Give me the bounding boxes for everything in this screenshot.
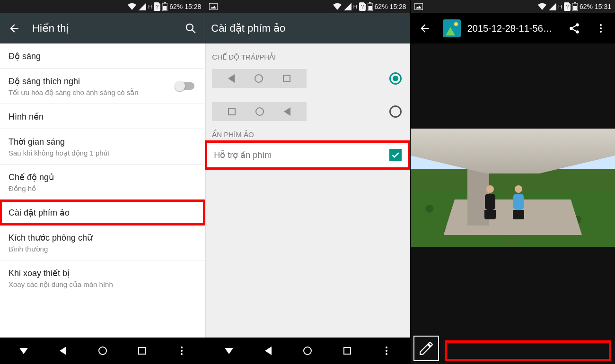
phone-virtual-key-settings: H ? 62% 15:28 Cài đặt phím ảo CHẾ ĐỘ TRÁ… [205,0,410,364]
recents-icon [228,108,236,115]
svg-rect-14 [574,2,576,3]
recents-icon [283,75,290,82]
gallery-app-bar: 2015-12-28-11-56… [411,13,615,43]
nav-overflow[interactable] [377,347,396,355]
back-button[interactable] [6,20,23,37]
svg-rect-11 [414,3,423,10]
clock-text: 15:28 [184,3,201,10]
svg-rect-6 [209,3,218,10]
virtual-key-settings-body: CHẾ ĐỘ TRÁI/PHẢI ẨN PHÍM ẢO Hỗ trợ ẩn ph… [205,43,410,338]
edit-button[interactable] [413,336,439,361]
clock-text: 15:31 [595,3,611,10]
setting-sublabel: Tối ưu hóa độ sáng cho ánh sáng có sẵn [9,88,196,97]
cell-signal-icon [549,3,556,10]
hidden-navbar-highlight [445,340,611,361]
svg-text:?: ? [156,4,158,9]
nav-menu-chevron[interactable] [14,348,33,354]
section-left-right: CHẾ ĐỘ TRÁI/PHẢI [205,43,410,66]
setting-label: Hình nền [9,112,196,122]
adaptive-brightness-switch[interactable] [176,82,194,90]
overflow-button[interactable] [592,20,609,37]
wifi-icon [537,3,547,10]
screenshot-notif-icon [209,3,218,10]
wifi-icon [127,3,137,10]
nav-recents[interactable] [132,347,151,355]
svg-point-17 [570,27,573,30]
status-bar: H ? 62% 15:28 [205,0,410,13]
home-icon [255,74,263,83]
setting-adaptive-brightness[interactable]: Độ sáng thích nghi Tối ưu hóa độ sáng ch… [0,69,205,104]
setting-sublabel: Đồng hồ [9,184,196,193]
navigation-bar [205,338,410,364]
photo-content [411,129,615,247]
screen-title: Hiển thị [32,22,69,35]
radio-left[interactable] [389,72,402,85]
setting-hide-keys-support[interactable]: Hỗ trợ ẩn phím [205,141,410,169]
sim-card-icon: ? [564,2,571,11]
image-filename: 2015-12-28-11-56… [467,23,553,34]
setting-font-size[interactable]: Kích thước phông chữ Bình thường [0,225,205,260]
setting-sublabel: Xoay các nội dung của màn hình [9,280,196,289]
nav-home[interactable] [93,347,112,355]
radio-right[interactable] [389,105,402,118]
svg-rect-2 [164,2,166,3]
setting-brightness[interactable]: Độ sáng [0,43,205,69]
phone-display-settings: H ? 62% 15:28 Hiển thị Độ sáng Độ sáng t… [0,0,205,364]
back-icon [284,107,290,116]
nav-back[interactable] [53,347,72,355]
nav-order-choice-left[interactable] [205,66,410,91]
photo-scene [411,129,615,247]
setting-virtual-keys[interactable]: Cài đặt phím ảo [0,200,205,225]
svg-text:?: ? [566,4,569,9]
battery-icon [572,2,578,11]
nav-menu-chevron[interactable] [220,348,238,354]
setting-label: Chế độ ngủ [9,172,196,182]
svg-rect-3 [163,6,167,10]
svg-line-20 [572,29,576,31]
setting-rotation[interactable]: Khi xoay thiết bị Xoay các nội dung của … [0,260,205,295]
screen-title: Cài đặt phím ảo [211,22,285,35]
svg-rect-15 [573,6,577,10]
hide-keys-checkbox[interactable] [389,149,402,161]
nav-recents[interactable] [338,347,357,355]
nav-back[interactable] [259,347,278,355]
setting-label: Độ sáng thích nghi [9,76,196,87]
app-bar: Hiển thị [0,13,205,43]
svg-line-19 [572,26,576,27]
svg-rect-10 [368,6,372,10]
search-button[interactable] [182,20,199,37]
network-badge: H [148,4,152,9]
section-hide-keys: ẨN PHÍM ẢO [205,124,410,141]
svg-rect-9 [369,2,371,3]
svg-point-16 [576,23,579,26]
back-button[interactable] [416,20,433,37]
sim-card-icon: ? [359,2,366,11]
nav-sample-recent-home-back [212,102,307,121]
wifi-icon [333,3,342,10]
nav-home[interactable] [298,347,317,355]
setting-sublabel: Bình thường [9,245,196,253]
gallery-app-icon [443,19,461,37]
setting-label: Kích thước phông chữ [9,233,196,243]
nav-order-choice-right[interactable] [205,99,410,124]
app-bar: Cài đặt phím ảo [205,13,410,43]
phone-gallery-viewer: H ? 62% 15:31 2015-12-28-11-56… [410,0,615,364]
photo-viewer[interactable] [411,43,615,364]
setting-wallpaper[interactable]: Hình nền [0,104,205,129]
battery-text: 62% [580,3,593,10]
setting-label: Cài đặt phím ảo [9,208,196,218]
cell-signal-icon [344,3,351,10]
network-badge: H [558,4,562,9]
nav-overflow[interactable] [172,347,191,355]
battery-text: 62% [169,3,183,10]
setting-label: Khi xoay thiết bị [9,268,196,278]
svg-point-4 [186,24,193,31]
display-settings-list: Độ sáng Độ sáng thích nghi Tối ưu hóa độ… [0,43,205,338]
back-icon [228,74,235,83]
setting-daydream[interactable]: Chế độ ngủ Đồng hồ [0,165,205,200]
setting-sublabel: Sau khi không hoạt động 1 phút [9,149,196,157]
battery-text: 62% [375,3,388,10]
share-button[interactable] [566,20,583,37]
status-bar: H ? 62% 15:28 [0,0,205,13]
setting-screen-timeout[interactable]: Thời gian sáng Sau khi không hoạt động 1… [0,129,205,165]
